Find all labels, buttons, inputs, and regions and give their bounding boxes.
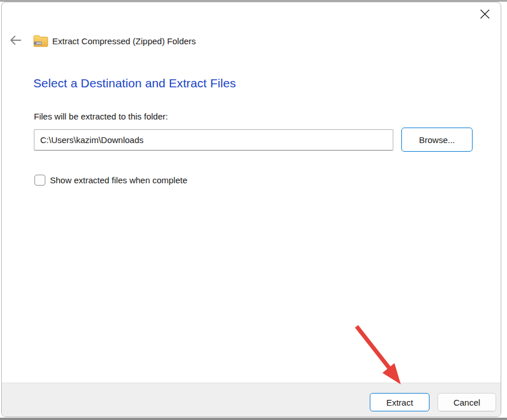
back-button[interactable] — [9, 34, 22, 48]
destination-path-input[interactable] — [34, 129, 393, 151]
red-arrow-annotation — [347, 318, 410, 388]
zipped-folder-icon — [33, 34, 48, 48]
close-button[interactable] — [475, 6, 494, 24]
dialog-header: Extract Compressed (Zipped) Folders — [9, 34, 196, 48]
cancel-button[interactable]: Cancel — [438, 393, 496, 411]
dialog-footer: Extract Cancel — [2, 383, 501, 417]
close-icon — [479, 9, 490, 21]
wizard-heading: Select a Destination and Extract Files — [33, 76, 236, 90]
back-arrow-icon — [9, 34, 22, 48]
show-files-option: Show extracted files when complete — [34, 175, 187, 186]
extract-dialog-window: Extract Compressed (Zipped) Folders Sele… — [1, 2, 501, 417]
browse-button[interactable]: Browse... — [401, 128, 473, 152]
show-files-checkbox[interactable] — [34, 175, 45, 186]
destination-label: Files will be extracted to this folder: — [34, 111, 168, 121]
show-files-checkbox-label: Show extracted files when complete — [50, 175, 187, 185]
dialog-title: Extract Compressed (Zipped) Folders — [52, 36, 196, 46]
background-window-edge-bottom — [0, 418, 507, 420]
extract-button[interactable]: Extract — [370, 393, 429, 411]
